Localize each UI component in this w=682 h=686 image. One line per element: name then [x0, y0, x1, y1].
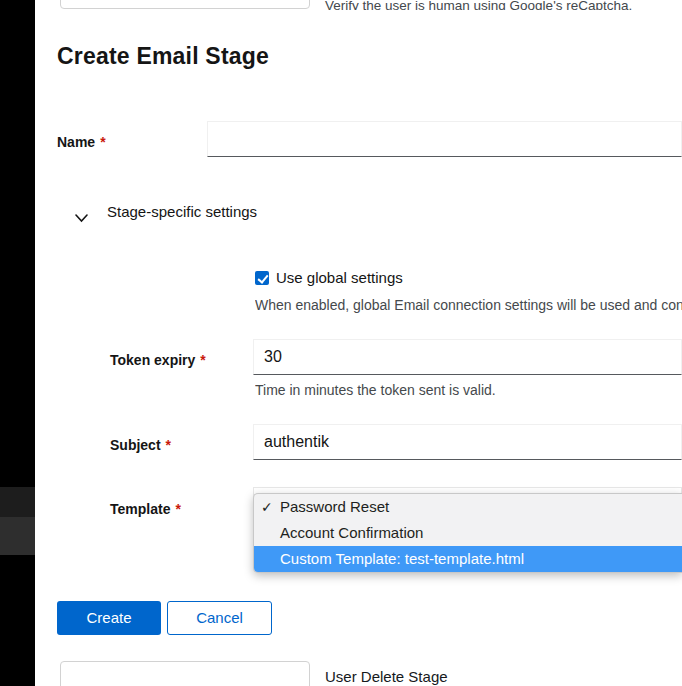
template-label: Template* [110, 501, 181, 517]
token-expiry-help: Time in minutes the token sent is valid. [255, 382, 682, 398]
required-asterisk: * [166, 437, 171, 453]
create-email-stage-modal: Create Email Stage Name* Stage-specific … [35, 10, 682, 659]
background-table-cell [60, 661, 310, 686]
token-expiry-input[interactable]: 30 [253, 339, 682, 375]
background-row-description: Verify the user is human using Google's … [325, 0, 632, 10]
token-expiry-label: Token expiry* [110, 352, 206, 368]
stage-specific-settings-label: Stage-specific settings [107, 203, 257, 220]
required-asterisk: * [200, 352, 205, 368]
template-option-account-confirmation[interactable]: Account Confirmation [254, 520, 682, 546]
use-global-settings-help: When enabled, global Email connection se… [255, 297, 682, 313]
template-dropdown-menu: ✓ Password Reset Account Confirmation Cu… [253, 493, 682, 573]
create-button[interactable]: Create [57, 601, 161, 635]
selected-check-icon: ✓ [261, 494, 273, 520]
required-asterisk: * [175, 501, 180, 517]
cancel-button[interactable]: Cancel [167, 601, 272, 635]
name-label: Name* [57, 134, 106, 150]
sidebar-item-highlight [0, 487, 35, 517]
template-option-custom-template[interactable]: Custom Template: test-template.html [254, 546, 682, 572]
use-global-settings-checkbox[interactable] [255, 271, 269, 285]
app-sidebar [0, 0, 35, 686]
required-asterisk: * [100, 134, 105, 150]
chevron-down-icon [75, 209, 88, 218]
screen: Verify the user is human using Google's … [0, 0, 682, 686]
subject-label: Subject* [110, 437, 171, 453]
template-option-password-reset[interactable]: ✓ Password Reset [254, 494, 682, 520]
use-global-settings-label: Use global settings [276, 269, 403, 286]
subject-input[interactable]: authentik [253, 424, 682, 460]
sidebar-item-hover [0, 517, 35, 555]
modal-title: Create Email Stage [57, 43, 269, 70]
background-table-cell [60, 0, 310, 9]
background-page-top: Verify the user is human using Google's … [35, 0, 682, 10]
background-page-bottom: User Delete Stage [35, 659, 682, 686]
name-input[interactable] [207, 121, 682, 157]
background-row-description: User Delete Stage [325, 668, 448, 685]
